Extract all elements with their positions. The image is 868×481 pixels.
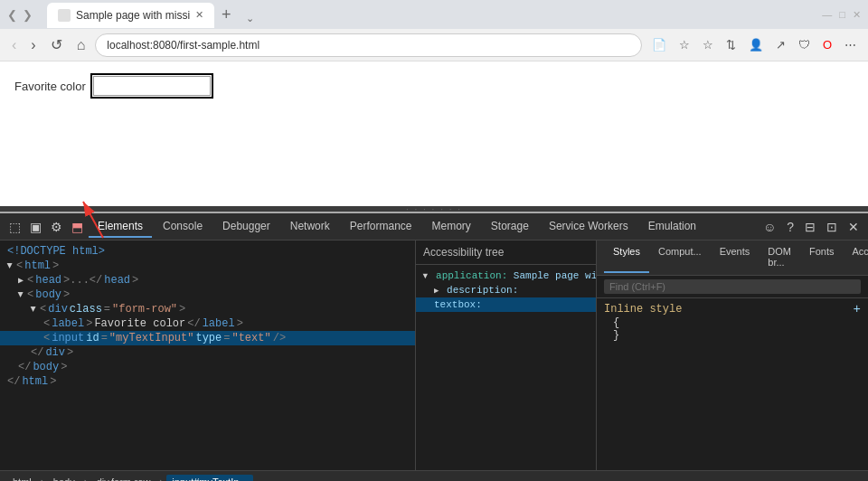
color-input[interactable] bbox=[93, 76, 211, 96]
html-line-input[interactable]: <input id="myTextInput" type="text" /> bbox=[0, 331, 415, 345]
style-selector: Inline style bbox=[604, 303, 682, 316]
title-bar: ❮ ❯ Sample page with missi ✕ + ⌄ — □ ✕ bbox=[0, 0, 868, 29]
menu-btn[interactable]: ⋯ bbox=[840, 35, 861, 54]
bc-item-html[interactable]: html bbox=[7, 475, 37, 482]
accessibility-panel-title: Accessibility tree bbox=[416, 240, 596, 265]
minimize-btn[interactable]: — bbox=[822, 9, 832, 21]
html-line-body[interactable]: ▶ <body> bbox=[0, 288, 415, 302]
style-brace-open: { bbox=[604, 316, 861, 329]
emoji-btn[interactable]: ☺ bbox=[760, 218, 779, 236]
reload-btn[interactable]: ↺ bbox=[46, 33, 67, 56]
styles-add-icon[interactable]: + bbox=[854, 302, 861, 316]
bc-separator-2: › bbox=[84, 476, 88, 482]
devtools-toolbar: ⬚ ▣ ⚙ ⬒ Elements Console Debugger Networ… bbox=[0, 213, 868, 240]
devtools-tab-debugger[interactable]: Debugger bbox=[213, 216, 279, 238]
nav-bar: ‹ › ↺ ⌂ 📄 ☆ ☆ ⇅ 👤 ↗ 🛡 O ⋯ bbox=[0, 29, 868, 61]
styles-tab-fonts[interactable]: Fonts bbox=[800, 242, 844, 273]
triangle-div: ▶ bbox=[28, 307, 39, 312]
triangle-body: ▶ bbox=[15, 292, 26, 297]
accessibility-panel: Accessibility tree ▶ application: Sample… bbox=[416, 240, 597, 470]
page-content: Favorite color bbox=[0, 61, 868, 206]
window-controls: — □ ✕ bbox=[822, 9, 861, 21]
devtools-icons: ☺ ? ⊟ ⊡ ✕ bbox=[760, 218, 863, 236]
devtools-tab-serviceworkers[interactable]: Service Workers bbox=[540, 216, 637, 238]
devtools-panel: ⬚ ▣ ⚙ ⬒ Elements Console Debugger Networ… bbox=[0, 212, 868, 481]
bc-item-input[interactable]: input#myTextIn... bbox=[166, 475, 252, 482]
bc-item-body[interactable]: body bbox=[48, 475, 80, 482]
devtools-main: <!DOCTYPE html> ▶ <html> ▶ <head>...</he… bbox=[0, 240, 868, 470]
devtools-tab-performance[interactable]: Performance bbox=[341, 216, 421, 238]
acc-item-textbox[interactable]: textbox: bbox=[416, 297, 596, 312]
inspector-btn[interactable]: ⬚ bbox=[5, 218, 24, 236]
styles-tabs-row: Styles Comput... Events DOM br... Fonts … bbox=[597, 240, 868, 276]
html-line-head[interactable]: ▶ <head>...</head> bbox=[0, 273, 415, 288]
styles-tab-computed[interactable]: Comput... bbox=[649, 242, 711, 273]
html-line-html[interactable]: ▶ <html> bbox=[0, 259, 415, 273]
bc-separator-3: › bbox=[159, 476, 163, 482]
devtools-tab-elements[interactable]: Elements bbox=[89, 216, 152, 238]
sync-btn[interactable]: ⇅ bbox=[722, 35, 741, 54]
bc-separator-1: › bbox=[41, 476, 44, 482]
layout-btn[interactable]: ⊟ bbox=[801, 218, 819, 236]
bc-item-div[interactable]: div.form-row bbox=[91, 475, 156, 482]
tab-title: Sample page with missi bbox=[76, 9, 190, 22]
home-btn[interactable]: ⌂ bbox=[72, 34, 90, 56]
html-line-div-close[interactable]: </div> bbox=[0, 345, 415, 360]
opera-btn[interactable]: O bbox=[818, 35, 836, 54]
devtools-tab-emulation[interactable]: Emulation bbox=[639, 216, 705, 238]
style-section-header: Inline style + bbox=[604, 302, 861, 316]
devtools-tab-console[interactable]: Console bbox=[154, 216, 212, 238]
new-tab-btn[interactable]: + bbox=[214, 2, 239, 28]
styles-tab-styles[interactable]: Styles bbox=[604, 242, 649, 273]
html-line-doctype[interactable]: <!DOCTYPE html> bbox=[0, 244, 415, 259]
tab-menu-btn[interactable]: ⌄ bbox=[239, 9, 261, 28]
star-btn[interactable]: ☆ bbox=[675, 35, 694, 54]
forward-btn[interactable]: ❯ bbox=[23, 8, 33, 22]
settings-btn[interactable]: ⚙ bbox=[47, 218, 66, 236]
devtools-tab-storage[interactable]: Storage bbox=[482, 216, 538, 238]
screenshot-btn[interactable]: ⬒ bbox=[68, 218, 87, 236]
help-btn[interactable]: ? bbox=[783, 218, 797, 236]
form-row: Favorite color bbox=[14, 76, 211, 96]
style-section-inline: Inline style + { } bbox=[604, 302, 861, 342]
styles-search-input[interactable] bbox=[604, 279, 861, 294]
reader-btn[interactable]: 📄 bbox=[647, 35, 671, 54]
html-line-html-close[interactable]: </html> bbox=[0, 374, 415, 389]
profile-btn[interactable]: 👤 bbox=[744, 35, 768, 54]
nav-icons: 📄 ☆ ☆ ⇅ 👤 ↗ 🛡 O ⋯ bbox=[647, 35, 861, 54]
address-bar[interactable] bbox=[95, 33, 642, 57]
styles-content: Inline style + { } bbox=[597, 298, 868, 470]
tab-favicon bbox=[58, 9, 71, 22]
accessibility-content[interactable]: ▶ application: Sample page with mi... ▶ … bbox=[416, 265, 596, 470]
shields-btn[interactable]: 🛡 bbox=[794, 35, 815, 54]
acc-item-application[interactable]: ▶ application: Sample page with mi... bbox=[416, 269, 596, 283]
style-brace-close: } bbox=[604, 329, 861, 342]
close-btn[interactable]: ✕ bbox=[853, 9, 861, 21]
close-devtools-btn[interactable]: ✕ bbox=[844, 218, 863, 236]
forward-nav-btn[interactable]: › bbox=[26, 34, 40, 56]
form-label: Favorite color bbox=[14, 80, 86, 93]
acc-item-description[interactable]: ▶ description: bbox=[416, 283, 596, 297]
devtools-tab-network[interactable]: Network bbox=[281, 216, 339, 238]
styles-tab-events[interactable]: Events bbox=[711, 242, 760, 273]
styles-tab-dombr[interactable]: DOM br... bbox=[759, 242, 800, 273]
html-line-body-close[interactable]: </body> bbox=[0, 360, 415, 374]
styles-search bbox=[597, 276, 868, 298]
console-btn[interactable]: ▣ bbox=[26, 218, 45, 236]
html-line-div[interactable]: ▶ <div class="form-row" > bbox=[0, 302, 415, 316]
browser-tab[interactable]: Sample page with missi ✕ bbox=[47, 3, 214, 28]
styles-tab-accessibility[interactable]: Accessib... bbox=[843, 242, 868, 273]
dock-btn[interactable]: ⊡ bbox=[823, 218, 841, 236]
browser-window: ❮ ❯ Sample page with missi ✕ + ⌄ — □ ✕ ‹… bbox=[0, 0, 868, 481]
collection-btn[interactable]: ☆ bbox=[698, 35, 718, 54]
elements-content[interactable]: <!DOCTYPE html> ▶ <html> ▶ <head>...</he… bbox=[0, 240, 415, 470]
devtools-tab-memory[interactable]: Memory bbox=[423, 216, 480, 238]
tab-close-btn[interactable]: ✕ bbox=[195, 9, 203, 21]
triangle-head: ▶ bbox=[18, 275, 24, 286]
html-line-label[interactable]: <label>Favorite color</label> bbox=[0, 316, 415, 331]
breadcrumb-bar: html › body › div.form-row › input#myTex… bbox=[0, 470, 868, 481]
back-nav-btn[interactable]: ‹ bbox=[7, 34, 21, 56]
back-btn[interactable]: ❮ bbox=[7, 8, 17, 22]
share-btn[interactable]: ↗ bbox=[771, 35, 790, 54]
maximize-btn[interactable]: □ bbox=[839, 9, 845, 21]
